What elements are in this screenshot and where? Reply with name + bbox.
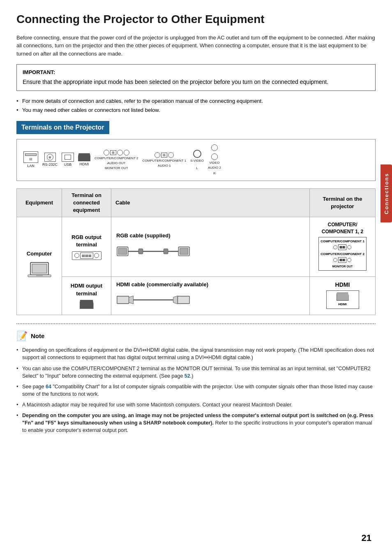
terminal-cell-hdmi: HDMI outputterminal <box>62 276 111 315</box>
hdmi-cable-svg <box>116 292 190 308</box>
page-number: 21 <box>362 532 371 545</box>
svg-marker-12 <box>129 296 134 304</box>
svg-rect-9 <box>138 248 143 254</box>
bullet-list: For more details of connection and cable… <box>16 97 376 114</box>
lan-label: LAN <box>27 164 35 168</box>
note-list: Depending on specifications of equipment… <box>16 346 376 434</box>
comp-label: COMPUTER/ COMPONENT 1, 2 <box>315 221 370 235</box>
note-item-3: See page 64 "Compatibility Chart" for a … <box>16 383 376 398</box>
note-section: 📝 Note Depending on specifications of eq… <box>16 323 376 434</box>
table-row: HDMI outputterminal HDMI cable (commerci… <box>17 276 376 315</box>
th-terminal: Terminal onconnected equipment <box>62 188 111 217</box>
cable-cell-hdmi: HDMI cable (commercially available) <box>111 276 310 315</box>
hdmi-terminal-label: HDMI outputterminal <box>67 282 106 297</box>
usb-connector: USB <box>62 153 74 167</box>
lan-connector: ▤ LAN <box>23 151 38 168</box>
svg-rect-10 <box>164 248 168 254</box>
page-title: Connecting the Projector to Other Equipm… <box>16 12 376 26</box>
comp-terminal-label: COMPUTER/ COMPONENT 1, 2 COMPUTER/COMPON… <box>315 221 370 272</box>
th-projector: Terminal on theprojector <box>310 188 376 217</box>
video-connector: VIDEO AUDIO 2 R <box>208 144 221 176</box>
svg-rect-15 <box>178 296 189 304</box>
note-title: Note <box>31 332 44 340</box>
projector-cell-hdmi: HDMI HDMI <box>310 276 376 315</box>
comp2-connector: ▤ COMPUTER/COMPONENT 2 AUDIO OUT MONITOR… <box>95 150 138 170</box>
bullet-item: You may need other cables or connectors … <box>16 107 376 114</box>
note-item-4: A Macintosh adaptor may be required for … <box>16 401 376 408</box>
link-52[interactable]: 52 <box>184 373 190 379</box>
page: Connections Connecting the Projector to … <box>0 0 392 557</box>
section-heading: Terminals on the Projector <box>16 121 109 134</box>
rgb-port-icon: ▤▤▤ <box>72 251 101 260</box>
table-row: Computer RGB output terminal ▤▤▤ <box>17 217 376 276</box>
hdmi-proj-terminal: HDMI HDMI <box>315 281 370 311</box>
side-tab: Connections <box>380 165 392 223</box>
link-64[interactable]: 64 <box>46 384 51 390</box>
svideo-label: S-VIDEO <box>190 159 204 163</box>
svg-rect-11 <box>117 296 129 304</box>
note-item-1: Depending on specifications of equipment… <box>16 346 376 361</box>
rs232c-label: RS-232C <box>42 163 58 167</box>
bullet-item: For more details of connection and cable… <box>16 97 376 105</box>
hdmi-cable-label: HDMI cable (commercially available) <box>116 281 304 288</box>
rgb-cable-label: RGB cable (supplied) <box>116 232 304 239</box>
rgb-terminal-label: RGB output terminal <box>67 234 106 248</box>
note-item-5: Depending on the computer you are using,… <box>16 412 376 434</box>
svg-marker-14 <box>173 296 178 304</box>
rgb-cable-svg <box>116 243 190 260</box>
note-icon: 📝 <box>16 330 28 343</box>
important-text: Ensure that the appropriate input mode h… <box>23 78 369 86</box>
th-equipment: Equipment <box>17 188 62 217</box>
equipment-cell: Computer <box>17 217 62 315</box>
hdmi-connector-diagram: HDMI <box>78 153 90 167</box>
hdmi-proj-label: HDMI <box>315 281 370 289</box>
rs232c-connector: ⊕ RS-232C <box>42 153 58 167</box>
hdmi-label-diagram: HDMI <box>80 162 89 167</box>
laptop-icon <box>27 261 52 279</box>
comp1-sub-icon: COMPUTER/COMPONENT 1 ▤▤ COMPUTER/COMPONE… <box>318 237 367 271</box>
svg-rect-5 <box>118 248 127 254</box>
note-header: 📝 Note <box>16 330 376 343</box>
svg-rect-8 <box>180 248 188 254</box>
svideo-connector: S-VIDEO L <box>190 150 204 170</box>
projector-diagram: ▤ LAN ⊕ RS-232C USB HDMI <box>16 139 376 181</box>
note-item-2: You can also use the COMPUTER/COMPONENT … <box>16 365 376 380</box>
projector-cell-rgb: COMPUTER/ COMPONENT 1, 2 COMPUTER/COMPON… <box>310 217 376 276</box>
connection-table: Equipment Terminal onconnected equipment… <box>16 188 376 315</box>
th-cable: Cable <box>111 188 310 217</box>
hdmi-port-icon <box>80 300 94 309</box>
comp1-connector: ▤ COMPUTER/COMPONENT 1 AUDIO 1 <box>143 152 187 168</box>
computer-label: Computer <box>22 250 57 258</box>
hdmi-sub-icon: HDMI <box>326 290 359 309</box>
svg-rect-3 <box>36 275 43 276</box>
comp2-label: COMPUTER/COMPONENT 2 <box>95 157 138 160</box>
usb-label: USB <box>64 163 72 167</box>
important-box: IMPORTANT: Ensure that the appropriate i… <box>16 64 376 91</box>
important-label: IMPORTANT: <box>23 69 369 76</box>
intro-text: Before connecting, ensure that the power… <box>16 34 376 58</box>
video-label: VIDEO <box>210 161 220 165</box>
cable-cell-rgb: RGB cable (supplied) <box>111 217 310 276</box>
svg-rect-1 <box>32 264 47 273</box>
comp1-label: COMPUTER/COMPONENT 1 <box>143 159 187 163</box>
terminal-cell-rgb: RGB output terminal ▤▤▤ <box>62 217 111 276</box>
